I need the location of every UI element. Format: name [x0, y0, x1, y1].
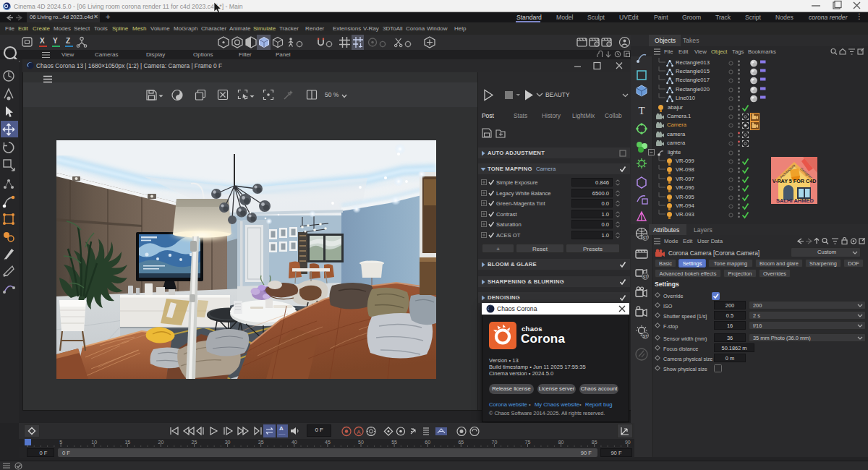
svg-text:T: T	[638, 105, 644, 116]
svg-text:ST: ST	[642, 236, 648, 240]
svg-text:A: A	[357, 429, 361, 435]
svg-text:V-RAY 5 FOR C4D: V-RAY 5 FOR C4D	[773, 178, 817, 184]
svg-text:ST: ST	[642, 334, 648, 338]
svg-text:SALHI AHMED: SALHI AHMED	[776, 197, 814, 204]
svg-text:ST: ST	[642, 275, 648, 279]
